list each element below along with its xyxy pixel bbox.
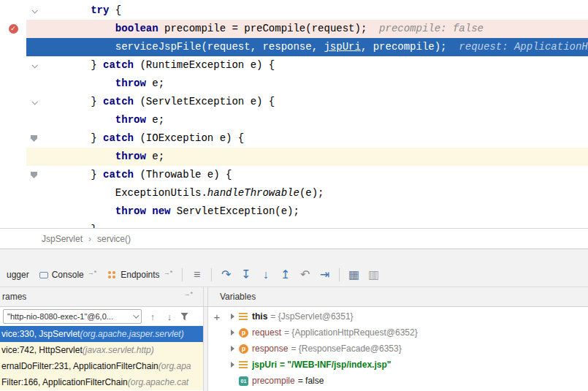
tab-debugger[interactable]: ugger bbox=[1, 263, 34, 286]
fold-gutter[interactable] bbox=[26, 93, 42, 111]
variables-tree: this= {JspServlet@6351}prequest= {Applic… bbox=[226, 307, 588, 391]
code-line-body: throw e; bbox=[26, 75, 588, 93]
code-text: } catch (Throwable e) { bbox=[42, 166, 588, 184]
step-over-icon[interactable]: ↷ bbox=[216, 266, 236, 284]
code-line[interactable]: ExceptionUtils.handleThrowable(e); bbox=[0, 184, 588, 202]
variable-row[interactable]: 01precompile= false bbox=[226, 373, 588, 389]
breadcrumb-class[interactable]: JspServlet bbox=[42, 234, 83, 244]
fold-gutter[interactable] bbox=[26, 75, 42, 93]
code-line[interactable]: } catch (Throwable e) { bbox=[0, 166, 588, 184]
fold-gutter[interactable] bbox=[26, 148, 42, 166]
tab-label: Endpoints bbox=[121, 270, 159, 280]
breakpoint-gutter[interactable] bbox=[0, 166, 26, 184]
menu-icon[interactable]: ≡ bbox=[187, 266, 207, 284]
code-line[interactable]: } catch (ServletException e) { bbox=[0, 93, 588, 111]
variable-icon bbox=[239, 313, 248, 320]
breakpoint-gutter[interactable] bbox=[0, 221, 26, 228]
breakpoint-gutter[interactable] bbox=[0, 38, 26, 56]
fold-gutter[interactable] bbox=[26, 20, 42, 38]
fold-chevron-icon[interactable] bbox=[31, 7, 37, 13]
filter-funnel-icon[interactable] bbox=[180, 313, 188, 321]
variables-panel-header[interactable]: Variables bbox=[208, 287, 588, 306]
tab-console[interactable]: Console →* bbox=[34, 263, 102, 286]
fold-region-icon[interactable] bbox=[31, 135, 37, 142]
breakpoint-icon[interactable]: ✓ bbox=[9, 24, 18, 34]
code-text: } bbox=[42, 221, 588, 228]
debug-content: "http-nio-8080-exec-1"@6,0... ↑ ↓ vice:3… bbox=[0, 307, 588, 391]
fold-gutter[interactable] bbox=[26, 38, 42, 56]
tool-tabs: ugger Console →* Endpoints →* bbox=[1, 263, 177, 286]
thread-selector[interactable]: "http-nio-8080-exec-1"@6,0... bbox=[3, 309, 142, 324]
run-to-cursor-icon[interactable]: ⇥ bbox=[315, 266, 335, 284]
stack-frame-row[interactable]: vice:330, JspServlet (org.apache.jasper.… bbox=[0, 326, 203, 342]
expand-chevron-icon[interactable] bbox=[231, 314, 234, 319]
breakpoint-gutter[interactable] bbox=[0, 129, 26, 148]
code-line[interactable]: throw new ServletException(e); bbox=[0, 202, 588, 221]
stack-frame-row[interactable]: Filter:166, ApplicationFilterChain (org.… bbox=[0, 374, 203, 390]
stack-frame-row[interactable]: ernalDoFilter:231, ApplicationFilterChai… bbox=[0, 358, 203, 374]
breakpoint-gutter[interactable] bbox=[0, 1, 26, 20]
toolbar-separator bbox=[182, 268, 183, 281]
tab-endpoints[interactable]: Endpoints →* bbox=[102, 263, 177, 286]
code-line[interactable]: serviceJspFile(request, response, jspUri… bbox=[0, 38, 588, 56]
breadcrumb-method[interactable]: service() bbox=[97, 234, 131, 244]
breakpoint-gutter[interactable]: ✓ bbox=[0, 20, 26, 38]
expand-chevron-icon[interactable] bbox=[231, 346, 234, 352]
fold-gutter[interactable] bbox=[26, 1, 42, 20]
code-editor[interactable]: try {✓ boolean precompile = preCompile(r… bbox=[0, 0, 588, 228]
layout-grid-icon[interactable]: ▥ bbox=[364, 266, 383, 284]
variable-row[interactable]: presponse= {ResponseFacade@6353} bbox=[226, 341, 588, 357]
variable-row[interactable]: this= {JspServlet@6351} bbox=[226, 308, 588, 324]
breakpoint-gutter[interactable] bbox=[0, 56, 26, 75]
fold-gutter[interactable] bbox=[26, 111, 42, 129]
variables-panel: + this= {JspServlet@6351}prequest= {Appl… bbox=[208, 307, 588, 391]
tool-window-splitter[interactable] bbox=[0, 248, 588, 263]
code-line[interactable]: throw e; bbox=[0, 111, 588, 129]
code-line[interactable]: throw e; bbox=[0, 75, 588, 93]
variable-value: = false bbox=[298, 376, 324, 386]
fold-region-icon[interactable] bbox=[31, 172, 37, 178]
expand-chevron-icon[interactable] bbox=[231, 362, 234, 368]
expand-chevron-icon[interactable] bbox=[231, 330, 234, 335]
breadcrumb-separator-icon: › bbox=[88, 234, 91, 244]
breakpoint-gutter[interactable] bbox=[0, 111, 26, 129]
fold-gutter[interactable] bbox=[26, 202, 42, 221]
code-line[interactable]: } catch (RuntimeException e) { bbox=[0, 56, 588, 75]
fold-gutter[interactable] bbox=[26, 166, 42, 184]
code-line[interactable]: ✓ boolean precompile = preCompile(reques… bbox=[0, 20, 588, 38]
breakpoint-gutter[interactable] bbox=[0, 93, 26, 111]
thread-row: "http-nio-8080-exec-1"@6,0... ↑ ↓ bbox=[0, 307, 203, 326]
stack-frame-row[interactable]: vice:742, HttpServlet (javax.servlet.htt… bbox=[0, 342, 203, 358]
frame-up-icon[interactable]: ↑ bbox=[147, 311, 159, 322]
code-line[interactable]: try { bbox=[0, 1, 588, 20]
frame-down-icon[interactable]: ↓ bbox=[164, 311, 175, 322]
panel-headers: rames →* Variables bbox=[0, 286, 588, 307]
panel-splitter[interactable] bbox=[203, 287, 208, 306]
breakpoint-gutter[interactable] bbox=[0, 202, 26, 221]
step-out-icon[interactable]: ↥ bbox=[275, 266, 295, 284]
breakpoint-gutter[interactable] bbox=[0, 148, 26, 166]
code-line[interactable]: } bbox=[0, 221, 588, 228]
frames-panel-header[interactable]: rames →* bbox=[0, 287, 203, 306]
code-line[interactable]: } catch (IOException e) { bbox=[0, 129, 588, 148]
panel-splitter[interactable] bbox=[203, 307, 208, 391]
fold-chevron-icon[interactable] bbox=[31, 62, 37, 68]
code-line[interactable]: throw e; bbox=[0, 148, 588, 166]
layout-table-icon[interactable]: ▦ bbox=[344, 266, 364, 284]
frames-title: rames bbox=[2, 292, 26, 302]
add-watch-button[interactable]: + bbox=[214, 311, 221, 323]
drop-frame-icon[interactable]: ↶ bbox=[295, 266, 315, 284]
variable-row[interactable]: jspUri= "/WEB-INF/jsp/index.jsp" bbox=[226, 357, 588, 373]
toolbar-separator bbox=[339, 268, 340, 281]
variable-row[interactable]: prequest= {ApplicationHttpRequest@6352} bbox=[226, 324, 588, 341]
fold-gutter[interactable] bbox=[26, 56, 42, 75]
breakpoint-gutter[interactable] bbox=[0, 184, 26, 202]
breakpoint-gutter[interactable] bbox=[0, 75, 26, 93]
fold-gutter[interactable] bbox=[26, 221, 42, 228]
fold-gutter[interactable] bbox=[26, 129, 42, 148]
fold-gutter[interactable] bbox=[26, 184, 42, 202]
force-step-into-icon[interactable]: ↓ bbox=[256, 266, 275, 284]
toolbar-separator bbox=[211, 268, 212, 281]
fold-chevron-icon[interactable] bbox=[31, 99, 37, 105]
step-into-icon[interactable]: ↧ bbox=[236, 266, 256, 284]
